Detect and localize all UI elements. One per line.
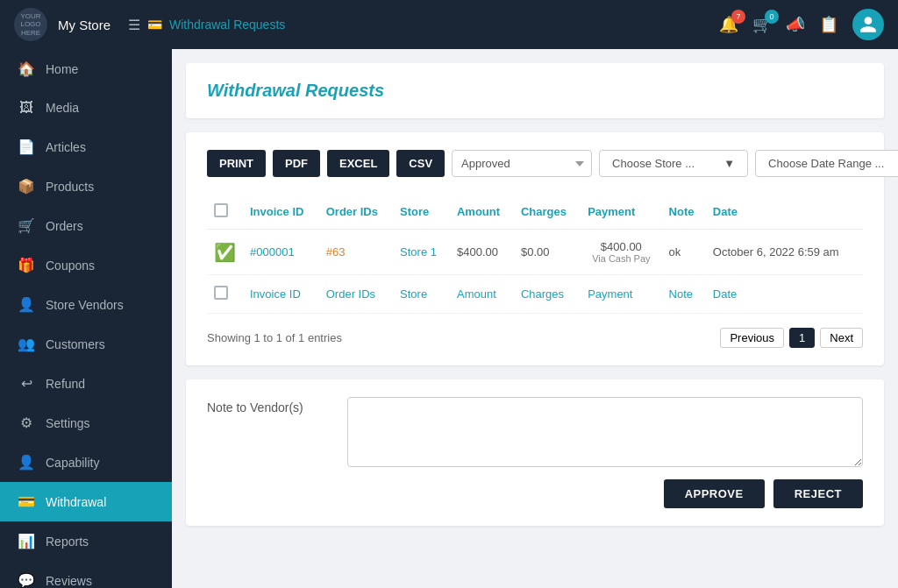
orders-icon: 🛒 <box>18 217 35 234</box>
sidebar-item-label: Settings <box>46 416 90 430</box>
payment-cell: $400.00 Via Cash Pay <box>581 230 661 275</box>
footer-amount: Amount <box>450 275 514 314</box>
articles-icon: 📄 <box>18 138 35 155</box>
reports-icon: 📊 <box>18 533 35 549</box>
previous-page-button[interactable]: Previous <box>720 328 784 348</box>
excel-button[interactable]: EXCEL <box>327 150 389 177</box>
date-header: Date <box>706 195 863 230</box>
sidebar-item-label: Refund <box>46 377 85 391</box>
breadcrumb-icon: 💳 <box>147 18 162 32</box>
note-header: Note <box>662 195 706 230</box>
choose-store-button[interactable]: Choose Store ... ▼ <box>599 150 748 177</box>
table-footer: Invoice ID Order IDs Store Amount Charge… <box>207 275 863 314</box>
sidebar-item-label: Capability <box>46 456 99 470</box>
order-ids-header: Order IDs <box>319 195 393 230</box>
sidebar-item-capability[interactable]: 👤 Capability <box>0 443 172 482</box>
sidebar-item-reports[interactable]: 📊 Reports <box>0 521 172 561</box>
reject-button[interactable]: REJECT <box>773 479 863 508</box>
sidebar-item-customers[interactable]: 👥 Customers <box>0 324 172 364</box>
sidebar-item-refund[interactable]: ↩ Refund <box>0 364 172 403</box>
page-title: Withdrawal Requests <box>207 81 863 101</box>
sidebar-item-home[interactable]: 🏠 Home <box>0 49 172 89</box>
footer-checkbox[interactable] <box>214 286 228 300</box>
withdrawal-table: Invoice ID Order IDs Store Amount Charge… <box>207 195 863 314</box>
date-cell: October 6, 2022 6:59 am <box>706 230 863 275</box>
amount-header: Amount <box>450 195 514 230</box>
note-actions: APPROVE REJECT <box>207 479 863 508</box>
footer-store: Store <box>393 275 450 314</box>
main-layout: 🏠 Home 🖼 Media 📄 Articles 📦 Products 🛒 O… <box>0 49 898 588</box>
table-header-row: Invoice ID Order IDs Store Amount Charge… <box>207 195 863 230</box>
reviews-icon: 💬 <box>18 572 35 588</box>
sidebar-item-orders[interactable]: 🛒 Orders <box>0 206 172 245</box>
sidebar-item-articles[interactable]: 📄 Articles <box>0 127 172 166</box>
user-avatar[interactable] <box>852 9 884 40</box>
store-logo: YOUR LOGO HERE <box>14 8 47 41</box>
sidebar-item-label: Articles <box>46 140 86 154</box>
next-page-button[interactable]: Next <box>820 328 863 348</box>
pagination-bar: Showing 1 to 1 of 1 entries Previous 1 N… <box>207 328 863 348</box>
sidebar-item-label: Reports <box>46 535 89 549</box>
sidebar-item-media[interactable]: 🖼 Media <box>0 89 172 127</box>
sidebar: 🏠 Home 🖼 Media 📄 Articles 📦 Products 🛒 O… <box>0 49 172 588</box>
cart-badge: 0 <box>765 10 779 24</box>
footer-invoice: Invoice ID <box>243 275 319 314</box>
sidebar-item-settings[interactable]: ⚙ Settings <box>0 403 172 443</box>
header-actions: 🔔 7 🛒 0 📣 📋 <box>719 9 884 40</box>
note-cell: ok <box>662 230 706 275</box>
payment-header: Payment <box>581 195 661 230</box>
showing-text: Showing 1 to 1 of 1 entries <box>207 331 342 344</box>
notifications-button[interactable]: 🔔 7 <box>719 15 738 34</box>
store-name: My Store <box>58 18 110 32</box>
invoice-id-cell: #000001 <box>243 230 319 275</box>
capability-icon: 👤 <box>18 454 35 471</box>
order-id-cell: #63 <box>319 230 393 275</box>
select-all-checkbox[interactable] <box>214 203 228 217</box>
page-1-button[interactable]: 1 <box>789 328 815 348</box>
home-icon: 🏠 <box>18 60 35 77</box>
sidebar-item-label: Home <box>46 62 78 76</box>
approved-icon: ✅ <box>214 243 236 262</box>
cart-button[interactable]: 🛒 0 <box>752 15 772 34</box>
products-icon: 📦 <box>18 178 35 195</box>
table-header: Invoice ID Order IDs Store Amount Charge… <box>207 195 863 230</box>
store-cell: Store 1 <box>393 230 450 275</box>
sidebar-item-withdrawal[interactable]: 💳 Withdrawal <box>0 482 172 521</box>
select-all-header <box>207 195 243 230</box>
note-label: Note to Vendor(s) <box>207 397 330 414</box>
sidebar-item-label: Customers <box>46 337 105 351</box>
sidebar-item-store-vendors[interactable]: 👤 Store Vendors <box>0 285 172 324</box>
media-icon: 🖼 <box>18 100 35 116</box>
sidebar-item-reviews[interactable]: 💬 Reviews <box>0 561 172 588</box>
title-card: Withdrawal Requests <box>186 63 884 118</box>
content-area: Withdrawal Requests PRINT PDF EXCEL CSV … <box>172 49 898 588</box>
sidebar-item-label: Store Vendors <box>46 298 124 312</box>
filter-bar: PRINT PDF EXCEL CSV ApprovedPendingRejec… <box>207 150 863 177</box>
sidebar-item-label: Withdrawal <box>46 495 106 509</box>
choose-date-button[interactable]: Choose Date Range ... <box>755 150 898 177</box>
sidebar-item-label: Orders <box>46 219 83 233</box>
note-textarea[interactable] <box>347 397 863 467</box>
refund-icon: ↩ <box>18 375 35 392</box>
top-header: YOUR LOGO HERE My Store ☰ 💳 Withdrawal R… <box>0 0 898 49</box>
sidebar-item-products[interactable]: 📦 Products <box>0 166 172 206</box>
megaphone-button[interactable]: 📣 <box>786 15 805 34</box>
approve-button[interactable]: APPROVE <box>664 479 765 508</box>
hamburger-icon[interactable]: ☰ <box>128 17 140 33</box>
store-vendors-icon: 👤 <box>18 296 35 313</box>
store-header: Store <box>393 195 450 230</box>
sidebar-item-coupons[interactable]: 🎁 Coupons <box>0 245 172 285</box>
pagination-controls: Previous 1 Next <box>720 328 863 348</box>
csv-button[interactable]: CSV <box>396 150 445 177</box>
breadcrumb-text: Withdrawal Requests <box>169 18 285 32</box>
footer-charges: Charges <box>514 275 581 314</box>
list-button[interactable]: 📋 <box>819 15 838 34</box>
sidebar-item-label: Media <box>46 101 79 115</box>
table-row: ✅ #000001 #63 Store 1 $400.00 $0.00 $400… <box>207 230 863 275</box>
status-filter[interactable]: ApprovedPendingRejected <box>452 150 592 177</box>
footer-payment: Payment <box>581 275 661 314</box>
footer-date: Date <box>706 275 863 314</box>
print-button[interactable]: PRINT <box>207 150 266 177</box>
footer-note: Note <box>662 275 706 314</box>
pdf-button[interactable]: PDF <box>273 150 320 177</box>
